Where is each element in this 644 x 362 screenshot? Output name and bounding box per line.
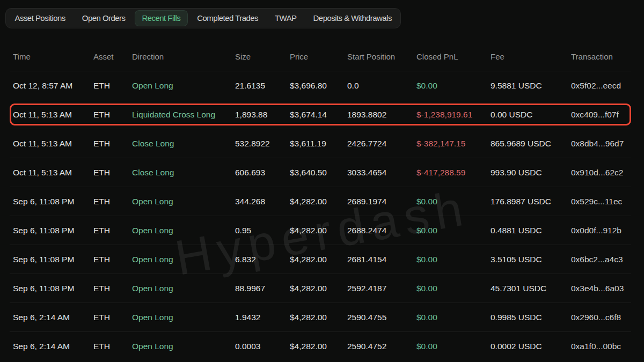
tab-bar: Asset PositionsOpen OrdersRecent FillsCo… bbox=[5, 8, 401, 28]
cell-transaction-link[interactable]: 0xc409...f07f bbox=[571, 110, 631, 120]
column-header-asset: Asset bbox=[93, 52, 132, 61]
column-header-direction: Direction bbox=[132, 52, 235, 61]
cell-price: $4,282.00 bbox=[290, 255, 347, 264]
tab-recent-fills[interactable]: Recent Fills bbox=[135, 10, 188, 26]
table-row[interactable]: Sep 6, 11:08 PM ETH Open Long 6.832 $4,2… bbox=[10, 245, 631, 274]
cell-price: $4,282.00 bbox=[290, 226, 347, 235]
cell-time: Oct 11, 5:13 AM bbox=[13, 139, 93, 149]
column-header-price: Price bbox=[290, 52, 347, 61]
cell-closed-pnl: $0.00 bbox=[416, 81, 491, 91]
cell-transaction-link[interactable]: 0x529c...11ec bbox=[571, 197, 631, 206]
cell-time: Sep 6, 11:08 PM bbox=[13, 197, 93, 206]
cell-size: 532.8922 bbox=[235, 139, 290, 149]
cell-fee: 0.00 USDC bbox=[491, 110, 571, 120]
cell-closed-pnl: $0.00 bbox=[416, 284, 491, 293]
cell-direction: Open Long bbox=[132, 255, 235, 264]
cell-closed-pnl: $-382,147.15 bbox=[416, 139, 491, 149]
cell-asset: ETH bbox=[93, 139, 132, 149]
table-row[interactable]: Sep 6, 11:08 PM ETH Open Long 344.268 $4… bbox=[10, 187, 631, 216]
cell-fee: 865.9689 USDC bbox=[491, 139, 571, 149]
cell-fee: 0.4881 USDC bbox=[491, 226, 571, 235]
cell-start-position: 2688.2474 bbox=[347, 226, 416, 235]
column-header-size: Size bbox=[235, 52, 290, 61]
cell-direction: Open Long bbox=[132, 197, 235, 206]
cell-time: Oct 11, 5:13 AM bbox=[13, 168, 93, 178]
cell-start-position: 2426.7724 bbox=[347, 139, 416, 149]
cell-size: 21.6135 bbox=[235, 81, 290, 91]
cell-price: $4,282.00 bbox=[290, 313, 347, 322]
column-header-time: Time bbox=[13, 52, 93, 61]
cell-size: 88.9967 bbox=[235, 284, 290, 293]
cell-time: Sep 6, 11:08 PM bbox=[13, 255, 93, 264]
cell-direction: Open Long bbox=[132, 81, 235, 91]
cell-transaction-link[interactable]: 0x910d...62c2 bbox=[571, 168, 631, 178]
cell-transaction-link[interactable]: 0x3e4b...6a03 bbox=[571, 284, 631, 293]
cell-closed-pnl: $0.00 bbox=[416, 197, 491, 206]
cell-start-position: 3033.4654 bbox=[347, 168, 416, 178]
cell-transaction-link[interactable]: 0xa1f0...00bc bbox=[571, 342, 631, 351]
cell-time: Sep 6, 2:14 AM bbox=[13, 342, 93, 351]
cell-asset: ETH bbox=[93, 313, 132, 322]
column-header-closed-pnl: Closed PnL bbox=[416, 52, 491, 61]
cell-start-position: 2592.4187 bbox=[347, 284, 416, 293]
cell-asset: ETH bbox=[93, 197, 132, 206]
column-header-start-position: Start Position bbox=[347, 52, 416, 61]
cell-closed-pnl: $0.00 bbox=[416, 342, 491, 351]
cell-closed-pnl: $0.00 bbox=[416, 226, 491, 235]
table-body: Oct 12, 8:57 AM ETH Open Long 21.6135 $3… bbox=[0, 71, 644, 360]
cell-asset: ETH bbox=[93, 255, 132, 264]
cell-asset: ETH bbox=[93, 226, 132, 235]
cell-start-position: 0.0 bbox=[347, 81, 416, 91]
column-header-transaction: Transaction bbox=[571, 52, 631, 61]
cell-price: $3,611.19 bbox=[290, 139, 347, 149]
cell-transaction-link[interactable]: 0x0d0f...912b bbox=[571, 226, 631, 235]
cell-time: Sep 6, 11:08 PM bbox=[13, 226, 93, 235]
cell-size: 1.9432 bbox=[235, 313, 290, 322]
cell-fee: 9.5881 USDC bbox=[491, 81, 571, 91]
cell-time: Sep 6, 11:08 PM bbox=[13, 284, 93, 293]
tab-asset-positions[interactable]: Asset Positions bbox=[8, 10, 72, 26]
table-row[interactable]: Sep 6, 11:08 PM ETH Open Long 88.9967 $4… bbox=[10, 274, 631, 302]
table-row[interactable]: Oct 11, 5:13 AM ETH Close Long 532.8922 … bbox=[10, 129, 631, 158]
table-row[interactable]: Sep 6, 11:08 PM ETH Open Long 0.95 $4,28… bbox=[10, 216, 631, 245]
cell-direction: Close Long bbox=[132, 139, 235, 149]
cell-direction: Close Long bbox=[132, 168, 235, 178]
cell-transaction-link[interactable]: 0x2960...c6f8 bbox=[571, 313, 631, 322]
cell-start-position: 2590.4755 bbox=[347, 313, 416, 322]
cell-asset: ETH bbox=[93, 284, 132, 293]
cell-direction: Open Long bbox=[132, 284, 235, 293]
cell-transaction-link[interactable]: 0x6bc2...a4c3 bbox=[571, 255, 631, 264]
cell-direction: Open Long bbox=[132, 313, 235, 322]
cell-asset: ETH bbox=[93, 110, 132, 120]
table-row[interactable]: Oct 12, 8:57 AM ETH Open Long 21.6135 $3… bbox=[10, 71, 631, 100]
cell-size: 606.693 bbox=[235, 168, 290, 178]
cell-size: 0.95 bbox=[235, 226, 290, 235]
cell-start-position: 2689.1974 bbox=[347, 197, 416, 206]
tab-open-orders[interactable]: Open Orders bbox=[75, 10, 133, 26]
cell-price: $3,640.50 bbox=[290, 168, 347, 178]
table-row-highlighted[interactable]: Oct 11, 5:13 AM ETH Liquidated Cross Lon… bbox=[10, 100, 631, 129]
cell-size: 0.0003 bbox=[235, 342, 290, 351]
cell-start-position: 1893.8802 bbox=[347, 110, 416, 120]
cell-direction: Liquidated Cross Long bbox=[132, 110, 235, 120]
cell-closed-pnl: $-417,288.59 bbox=[416, 168, 491, 178]
cell-time: Oct 11, 5:13 AM bbox=[13, 110, 93, 120]
cell-size: 344.268 bbox=[235, 197, 290, 206]
table-row[interactable]: Sep 6, 2:14 AM ETH Open Long 0.0003 $4,2… bbox=[10, 331, 631, 360]
tab-twap[interactable]: TWAP bbox=[267, 10, 304, 26]
cell-fee: 0.0002 USDC bbox=[491, 342, 571, 351]
column-header-fee: Fee bbox=[491, 52, 571, 61]
tab-deposits-withdrawals[interactable]: Deposits & Withdrawals bbox=[306, 10, 399, 26]
cell-start-position: 2681.4154 bbox=[347, 255, 416, 264]
cell-asset: ETH bbox=[93, 342, 132, 351]
tab-completed-trades[interactable]: Completed Trades bbox=[190, 10, 266, 26]
table-row[interactable]: Oct 11, 5:13 AM ETH Close Long 606.693 $… bbox=[10, 158, 631, 187]
table-header-row: TimeAssetDirectionSizePriceStart Positio… bbox=[10, 42, 631, 71]
cell-fee: 3.5105 USDC bbox=[491, 255, 571, 264]
cell-transaction-link[interactable]: 0x5f02...eecd bbox=[571, 81, 631, 91]
cell-fee: 176.8987 USDC bbox=[491, 197, 571, 206]
cell-transaction-link[interactable]: 0x8db4...96d7 bbox=[571, 139, 631, 149]
cell-fee: 0.9985 USDC bbox=[491, 313, 571, 322]
table-row[interactable]: Sep 6, 2:14 AM ETH Open Long 1.9432 $4,2… bbox=[10, 302, 631, 331]
cell-price: $4,282.00 bbox=[290, 342, 347, 351]
